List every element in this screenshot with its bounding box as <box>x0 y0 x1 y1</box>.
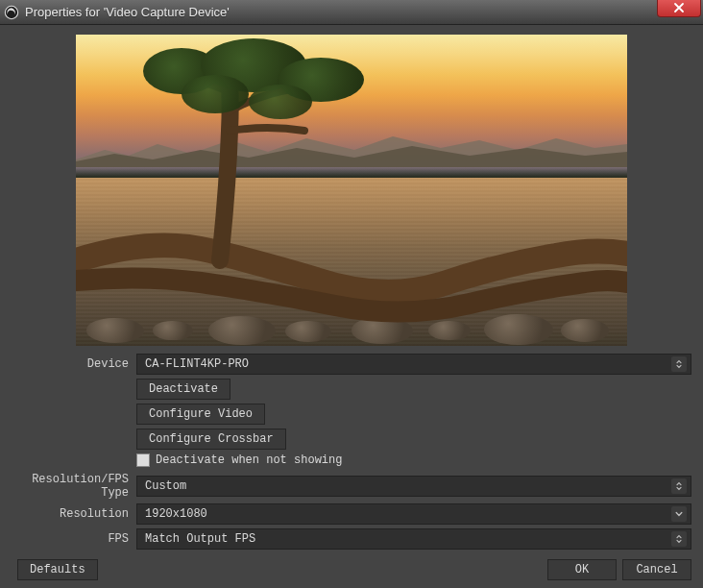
resfps-type-select[interactable]: Custom <box>136 476 691 497</box>
fps-label: FPS <box>12 532 136 546</box>
preview-wrap <box>12 35 691 354</box>
row-fps: FPS Match Output FPS <box>12 528 691 550</box>
device-select[interactable]: CA-FLINT4KP-PRO <box>136 354 691 375</box>
dialog-footer: Defaults OK Cancel <box>12 551 691 580</box>
resfps-type-value: Custom <box>145 479 186 493</box>
resolution-label: Resolution <box>12 507 136 521</box>
resolution-select[interactable]: 1920x1080 <box>136 503 691 525</box>
titlebar: Properties for 'Video Capture Device' <box>0 0 703 25</box>
updown-icon <box>671 531 687 547</box>
deactivate-button[interactable]: Deactivate <box>136 379 230 400</box>
cancel-button[interactable]: Cancel <box>622 559 691 580</box>
video-preview <box>76 35 627 346</box>
deactivate-when-not-showing-checkbox[interactable] <box>136 453 150 467</box>
configure-crossbar-button[interactable]: Configure Crossbar <box>136 429 286 450</box>
fps-value: Match Output FPS <box>145 532 255 546</box>
obs-icon <box>4 5 19 20</box>
chevron-down-icon <box>671 506 687 522</box>
dialog-body: Device CA-FLINT4KP-PRO Deactivate Config… <box>0 25 703 588</box>
row-deactivate-when-not-showing: Deactivate when not showing <box>12 453 691 467</box>
configure-video-button[interactable]: Configure Video <box>136 404 265 425</box>
defaults-button[interactable]: Defaults <box>17 559 98 580</box>
row-device: Device CA-FLINT4KP-PRO <box>12 354 691 375</box>
resolution-value: 1920x1080 <box>145 507 207 521</box>
updown-icon <box>671 478 687 494</box>
device-value: CA-FLINT4KP-PRO <box>145 357 249 371</box>
resfps-type-label: Resolution/FPS Type <box>12 473 136 500</box>
device-label: Device <box>12 357 136 371</box>
fps-select[interactable]: Match Output FPS <box>136 528 691 550</box>
row-resolution: Resolution 1920x1080 <box>12 503 691 525</box>
ok-button[interactable]: OK <box>547 559 617 580</box>
window-title: Properties for 'Video Capture Device' <box>25 5 230 19</box>
properties-form: Device CA-FLINT4KP-PRO Deactivate Config… <box>12 354 691 551</box>
updown-icon <box>671 356 687 372</box>
row-resfps-type: Resolution/FPS Type Custom <box>12 473 691 500</box>
deactivate-when-not-showing-label: Deactivate when not showing <box>156 453 342 467</box>
close-button[interactable] <box>657 0 701 17</box>
